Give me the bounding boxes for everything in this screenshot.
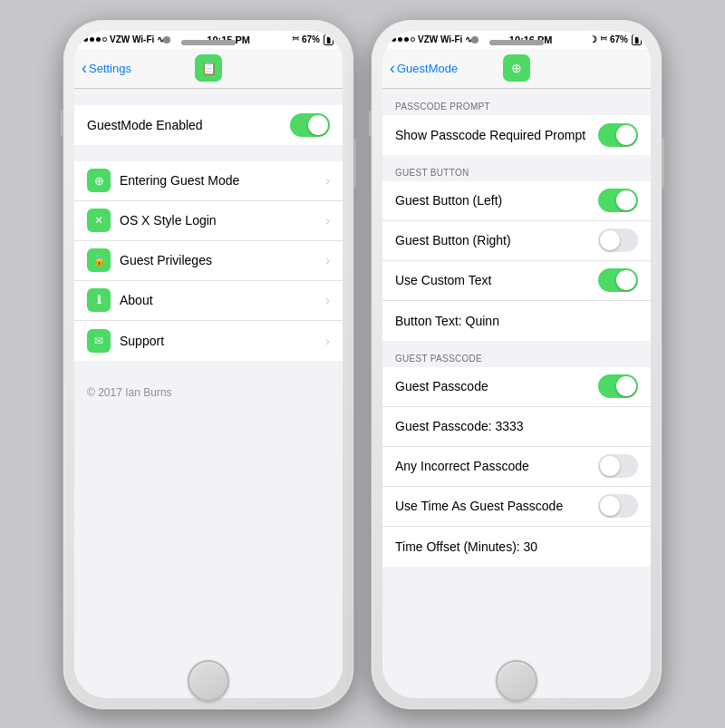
label-entering-guest-mode: Entering Guest Mode (120, 173, 325, 188)
section-header-guest-button: GUEST BUTTON (382, 162, 651, 181)
dot1-2 (392, 37, 396, 42)
back-button-1[interactable]: ‹ Settings (82, 61, 131, 76)
row-use-time-as-passcode[interactable]: Use Time As Guest Passcode (382, 487, 651, 527)
section-guest-passcode: Guest Passcode Guest Passcode: 3333 Any … (382, 367, 651, 567)
section-passcode-prompt: Show Passcode Required Prompt (382, 115, 651, 155)
chevron-guest-privileges: › (325, 253, 330, 267)
back-label-1: Settings (89, 62, 131, 75)
gap-2 (74, 361, 343, 377)
row-osx-style-login[interactable]: ✕ OS X Style Login › (74, 201, 343, 241)
row-guest-privileges[interactable]: 🔒 Guest Privileges › (74, 241, 343, 281)
nav-icon-2: ⊕ (503, 54, 530, 82)
nav-bar-2: ‹ GuestMode ⊕ (382, 49, 651, 89)
row-about[interactable]: ℹ About › (74, 281, 343, 321)
gap-guest-passcode (382, 341, 651, 348)
home-button-2[interactable] (496, 660, 537, 702)
dot1 (83, 37, 88, 42)
gap-guest-button (382, 155, 651, 162)
camera-2 (471, 36, 478, 44)
battery-icon-1: ▮ (324, 34, 334, 45)
toggle-knob-incorrect (600, 456, 620, 476)
dot4-2 (411, 37, 415, 42)
row-support[interactable]: ✉ Support › (74, 321, 343, 361)
label-time-offset: Time Offset (Minutes): 30 (395, 539, 638, 554)
toggle-guest-button-right[interactable] (598, 228, 638, 252)
section-header-passcode-prompt: PASSCODE PROMPT (382, 96, 651, 115)
toggle-knob-guest-passcode (616, 376, 636, 396)
dot4 (102, 37, 107, 42)
side-button-mute (61, 111, 63, 136)
chevron-entering-guest-mode: › (325, 173, 330, 188)
dot3 (96, 37, 101, 42)
row-entering-guest-mode[interactable]: ⊕ Entering Guest Mode › (74, 161, 343, 201)
footer-text-1: © 2017 Ian Burns (74, 377, 343, 408)
content-1: GuestMode Enabled ⊕ Entering Guest M (74, 89, 343, 698)
gap-1 (74, 145, 343, 161)
status-right-2: ☽ ⎶ 67% ▮ (589, 34, 642, 45)
gap-top-1 (74, 89, 343, 105)
phone-2: VZW Wi-Fi ∿ 10:16 PM ☽ ⎶ 67% ▮ ‹ GuestMo… (372, 20, 662, 709)
icon-guest-privileges: 🔒 (87, 248, 111, 272)
label-show-passcode-prompt: Show Passcode Required Prompt (395, 128, 598, 142)
side-button-mute-2 (369, 111, 372, 136)
row-button-text: Button Text: Quinn (382, 301, 651, 341)
side-button-power-2 (662, 138, 664, 188)
screen-1: VZW Wi-Fi ∿ 10:15 PM ⎶ 67% ▮ ‹ Settings … (74, 31, 343, 698)
label-any-incorrect-passcode: Any Incorrect Passcode (395, 459, 598, 473)
label-use-time-as-passcode: Use Time As Guest Passcode (395, 499, 598, 513)
label-guest-privileges: Guest Privileges (120, 253, 325, 267)
label-guestmode-enabled: GuestMode Enabled (87, 118, 290, 132)
label-osx-style-login: OS X Style Login (120, 213, 325, 228)
row-show-passcode-prompt[interactable]: Show Passcode Required Prompt (382, 115, 651, 155)
label-guest-button-right: Guest Button (Right) (395, 233, 598, 248)
speaker-2 (489, 40, 544, 45)
row-use-custom-text[interactable]: Use Custom Text (382, 261, 651, 301)
dot2-2 (398, 37, 402, 42)
dot3-2 (404, 37, 409, 42)
toggle-guest-button-left[interactable] (598, 189, 638, 212)
section-guestmode: GuestMode Enabled (74, 105, 343, 145)
moon-icon-2: ☽ (589, 34, 597, 44)
nav-icon-char-2: ⊕ (511, 61, 522, 75)
content-2: PASSCODE PROMPT Show Passcode Required P… (382, 89, 651, 698)
toggle-guest-passcode[interactable] (598, 374, 638, 398)
toggle-use-time-as-passcode[interactable] (598, 494, 638, 518)
row-guest-button-left[interactable]: Guest Button (Left) (382, 181, 651, 221)
row-guest-passcode-toggle[interactable]: Guest Passcode (382, 367, 651, 407)
icon-entering-guest-mode: ⊕ (87, 169, 111, 192)
chevron-support: › (325, 334, 330, 348)
screen-2: VZW Wi-Fi ∿ 10:16 PM ☽ ⎶ 67% ▮ ‹ GuestMo… (382, 31, 651, 698)
label-guest-passcode: Guest Passcode (395, 379, 598, 393)
home-button-1[interactable] (188, 660, 229, 702)
status-left-2: VZW Wi-Fi ∿ (392, 34, 472, 44)
back-arrow-1: ‹ (82, 60, 87, 76)
label-about: About (120, 293, 325, 307)
section-header-guest-passcode: GUEST PASSCODE (382, 348, 651, 367)
nav-bar-1: ‹ Settings 📋 (74, 49, 343, 89)
section-guest-button: Guest Button (Left) Guest Button (Right)… (382, 181, 651, 341)
battery-icon-2: ▮ (632, 34, 642, 45)
toggle-guestmode-enabled[interactable] (290, 113, 330, 137)
back-arrow-2: ‹ (390, 60, 395, 76)
toggle-any-incorrect-passcode[interactable] (598, 454, 638, 478)
back-button-2[interactable]: ‹ GuestMode (390, 61, 458, 76)
label-use-custom-text: Use Custom Text (395, 273, 598, 287)
toggle-knob-guest-left (616, 190, 636, 210)
icon-osx-style-login: ✕ (87, 209, 111, 232)
toggle-use-custom-text[interactable] (598, 268, 638, 292)
section-menu-items: ⊕ Entering Guest Mode › ✕ OS X Style Log… (74, 161, 343, 361)
toggle-knob-guest-right (600, 230, 620, 250)
carrier-2: VZW Wi-Fi (418, 34, 462, 44)
battery-1: 67% (302, 34, 320, 44)
chevron-about: › (325, 293, 330, 307)
row-any-incorrect-passcode[interactable]: Any Incorrect Passcode (382, 447, 651, 487)
signal-2 (392, 37, 415, 42)
row-guestmode-enabled[interactable]: GuestMode Enabled (74, 105, 343, 145)
label-button-text: Button Text: Quinn (395, 314, 638, 328)
label-guest-passcode-value: Guest Passcode: 3333 (395, 419, 638, 433)
camera (163, 36, 170, 44)
side-button-power (353, 138, 356, 188)
row-guest-button-right[interactable]: Guest Button (Right) (382, 221, 651, 261)
toggle-show-passcode-prompt[interactable] (598, 123, 638, 147)
status-right-1: ⎶ 67% ▮ (293, 34, 334, 45)
